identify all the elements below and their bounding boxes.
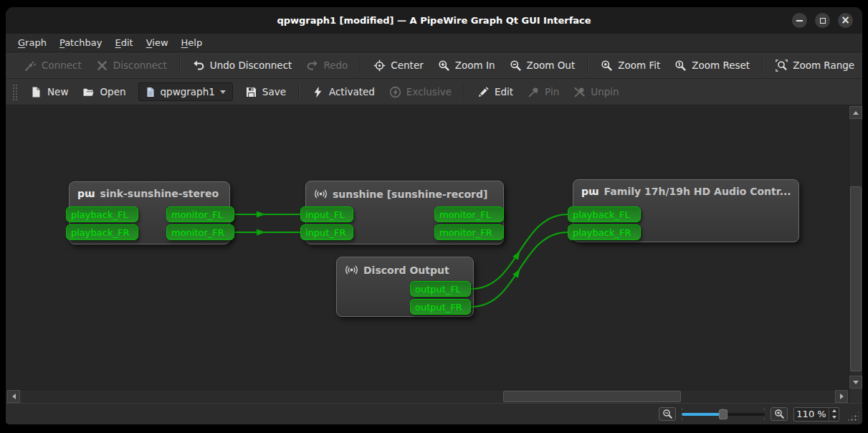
edit-button[interactable]: Edit xyxy=(470,82,520,103)
menu-help[interactable]: Help xyxy=(175,35,209,50)
zoom-out-button-status[interactable] xyxy=(659,407,676,421)
unpin-icon xyxy=(573,86,586,98)
unpin-button[interactable]: Unpin xyxy=(566,82,626,103)
slider-tick xyxy=(764,408,765,410)
zoom-reset-button[interactable]: Zoom Reset xyxy=(667,55,757,76)
undo-button[interactable]: Undo Disconnect xyxy=(186,55,300,76)
disconnect-icon xyxy=(96,60,108,72)
maximize-button[interactable] xyxy=(815,13,830,28)
connect-button[interactable]: Connect xyxy=(17,55,89,76)
slider-tick xyxy=(682,408,682,410)
zoom-fit-button[interactable]: Zoom Fit xyxy=(593,55,667,76)
vertical-scrollbar[interactable] xyxy=(849,105,862,389)
port-playback-fl[interactable]: playback_FL xyxy=(66,206,138,222)
zoom-percent-spinbox[interactable]: 110 % xyxy=(793,407,839,422)
port-output-fr[interactable]: output_FR xyxy=(410,299,471,315)
scroll-left-button[interactable] xyxy=(7,390,20,403)
zoom-fit-icon xyxy=(601,60,613,72)
activated-button[interactable]: Activated xyxy=(305,82,382,103)
spin-up-button[interactable] xyxy=(829,408,839,414)
resize-grip[interactable] xyxy=(846,411,859,422)
close-icon: × xyxy=(841,15,850,26)
zoom-reset-icon xyxy=(674,60,687,72)
port-monitor-fr[interactable]: monitor_FR xyxy=(434,224,504,240)
zoom-range-button[interactable]: Zoom Range xyxy=(768,55,862,76)
toolbar-separator xyxy=(298,84,300,100)
open-icon xyxy=(82,86,95,98)
toolbar-patchbay: New Open qpwgraph1 Save Activated Exclus… xyxy=(6,79,862,105)
port-playback-fr[interactable]: playback_FR xyxy=(568,224,641,240)
scroll-right-button[interactable] xyxy=(835,390,848,403)
pin-button[interactable]: Pin xyxy=(520,82,566,103)
menu-view[interactable]: View xyxy=(140,35,175,50)
zoom-out-icon xyxy=(510,60,522,72)
scroll-down-button[interactable] xyxy=(849,376,862,389)
port-input-fl[interactable]: input_FL xyxy=(300,206,353,222)
port-monitor-fl[interactable]: monitor_FL xyxy=(434,206,504,222)
minimize-button[interactable] xyxy=(792,13,807,28)
menubar: Graph Patchbay Edit View Help xyxy=(6,34,862,52)
close-button[interactable]: × xyxy=(838,13,853,28)
menu-patchbay[interactable]: Patchbay xyxy=(53,35,109,50)
zoom-in-button-status[interactable] xyxy=(771,407,788,421)
center-button[interactable]: Center xyxy=(366,55,430,76)
redo-button[interactable]: Redo xyxy=(299,55,355,76)
zoom-out-icon xyxy=(662,409,673,419)
port-playback-fl[interactable]: playback_FL xyxy=(568,206,641,222)
port-monitor-fr[interactable]: monitor_FR xyxy=(166,224,234,240)
app-window: qpwgraph1 [modified] — A PipeWire Graph … xyxy=(6,7,862,424)
undo-icon xyxy=(193,60,205,72)
connections-layer xyxy=(6,105,849,389)
spin-down-button[interactable] xyxy=(829,414,839,421)
toolbar-graph: Connect Disconnect Undo Disconnect Redo … xyxy=(6,52,862,79)
horizontal-scrollbar[interactable] xyxy=(6,389,849,403)
exclusive-icon xyxy=(389,86,401,98)
menu-edit[interactable]: Edit xyxy=(109,35,140,50)
exclusive-button[interactable]: Exclusive xyxy=(382,82,459,103)
toolbar-separator xyxy=(587,57,588,73)
chevron-down-icon xyxy=(220,90,226,94)
wire-arrow-icon xyxy=(257,211,265,218)
horizontal-scrollbar-thumb[interactable] xyxy=(503,391,681,402)
redo-icon xyxy=(306,60,318,72)
port-input-fr[interactable]: input_FR xyxy=(300,224,353,240)
scroll-up-button[interactable] xyxy=(849,106,862,119)
zoom-in-button[interactable]: Zoom In xyxy=(431,55,502,76)
zoom-out-button[interactable]: Zoom Out xyxy=(502,55,583,76)
patchbay-profile-combobox[interactable]: qpwgraph1 xyxy=(138,82,233,101)
zoom-in-icon xyxy=(438,60,450,72)
minimize-icon xyxy=(796,20,803,22)
save-button[interactable]: Save xyxy=(238,82,293,103)
open-button[interactable]: Open xyxy=(75,82,133,103)
zoom-slider[interactable] xyxy=(682,407,765,421)
disconnect-button[interactable]: Disconnect xyxy=(89,55,174,76)
toolbar-drag-handle[interactable] xyxy=(11,83,17,100)
port-playback-fr[interactable]: playback_FR xyxy=(66,224,138,240)
slider-tick xyxy=(764,418,765,420)
pin-icon xyxy=(528,86,540,98)
zoom-in-icon xyxy=(774,409,785,419)
menu-graph[interactable]: Graph xyxy=(11,35,53,50)
triangle-down-icon xyxy=(832,416,836,419)
statusbar: 110 % xyxy=(6,403,862,424)
triangle-up-icon xyxy=(832,409,836,412)
graph-canvas[interactable]: pɯ sink-sunshine-stereo sunshine [sunshi… xyxy=(6,105,849,389)
port-output-fl[interactable]: output_FL xyxy=(410,281,471,297)
zoom-range-icon xyxy=(776,60,788,72)
new-button[interactable]: New xyxy=(23,82,75,103)
port-monitor-fl[interactable]: monitor_FL xyxy=(166,206,234,222)
vertical-scrollbar-thumb[interactable] xyxy=(850,186,862,371)
titlebar[interactable]: qpwgraph1 [modified] — A PipeWire Graph … xyxy=(6,7,862,34)
zoom-percent-value[interactable]: 110 % xyxy=(794,408,829,421)
maximize-icon xyxy=(820,18,826,24)
save-icon xyxy=(245,86,257,98)
center-icon xyxy=(373,60,386,72)
zoom-slider-handle[interactable] xyxy=(719,409,728,419)
scrollbar-corner xyxy=(849,389,862,403)
slider-tick xyxy=(682,418,682,420)
toolbar-separator xyxy=(464,84,465,100)
zoom-slider-fill xyxy=(682,413,723,416)
new-icon xyxy=(30,86,42,98)
connect-icon xyxy=(24,60,37,72)
activated-icon xyxy=(312,86,324,98)
